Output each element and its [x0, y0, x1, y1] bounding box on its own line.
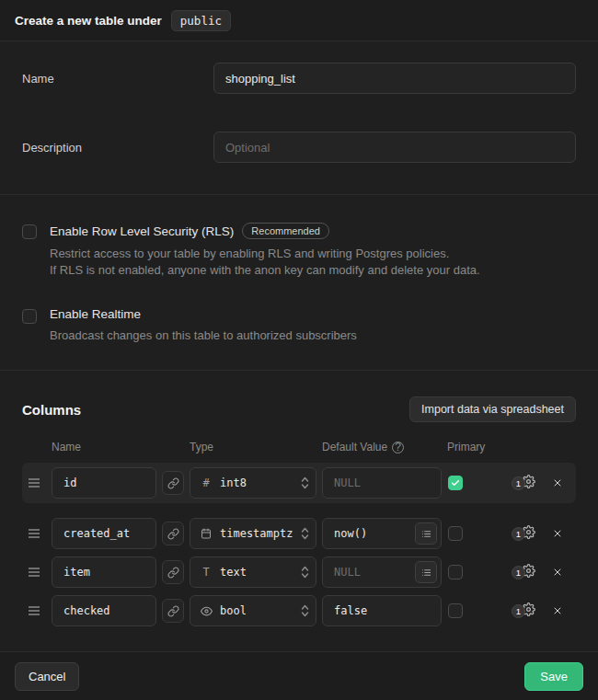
remove-column-icon[interactable]: [548, 605, 567, 616]
description-label: Description: [22, 141, 213, 155]
name-label: Name: [22, 72, 213, 86]
table-description-input[interactable]: [213, 132, 576, 163]
settings-count-badge: 1: [512, 476, 525, 490]
rls-description-line2: If RLS is not enabled, anyone with the a…: [50, 262, 480, 279]
column-settings-button[interactable]: 1: [504, 564, 543, 581]
columns-header: Columns Import data via spreadsheet: [22, 396, 576, 422]
column-header-default-label: Default Value: [322, 441, 387, 453]
eye-icon: [200, 605, 213, 617]
panel-header: Create a new table under public: [0, 0, 598, 41]
drag-handle-icon[interactable]: [22, 567, 46, 578]
panel-footer: Cancel Save: [0, 651, 598, 700]
column-name-input[interactable]: [52, 467, 156, 499]
hash-icon: #: [200, 476, 213, 489]
column-type-select[interactable]: bool: [190, 595, 316, 626]
columns-title: Columns: [22, 402, 81, 418]
create-table-panel: Create a new table under public Name Des…: [0, 0, 598, 700]
realtime-checkbox[interactable]: [22, 309, 37, 324]
realtime-option: Enable Realtime Broadcast changes on thi…: [22, 307, 576, 344]
rls-checkbox[interactable]: [22, 224, 37, 239]
question-circle-icon[interactable]: ?: [392, 442, 404, 453]
import-spreadsheet-button[interactable]: Import data via spreadsheet: [409, 396, 576, 422]
chevron-updown-icon: [301, 476, 309, 490]
column-row-created-at: timestamptz 1: [22, 518, 576, 549]
column-settings-button[interactable]: 1: [504, 475, 543, 492]
cancel-button[interactable]: Cancel: [15, 662, 79, 691]
text-type-icon: T: [200, 566, 213, 579]
column-type-select[interactable]: timestamptz: [190, 518, 316, 549]
primary-cell: [447, 565, 499, 580]
settings-count-badge: 1: [512, 604, 525, 618]
column-name-input[interactable]: [52, 518, 156, 549]
primary-checkbox[interactable]: [448, 476, 463, 490]
primary-cell: [447, 603, 499, 618]
primary-checkbox[interactable]: [448, 603, 463, 618]
column-type-value: timestamptz: [220, 527, 293, 540]
settings-count-badge: 1: [512, 566, 525, 580]
description-field-row: Description: [22, 132, 576, 163]
calendar-icon: [200, 528, 213, 539]
columns-section: Columns Import data via spreadsheet Name…: [0, 371, 598, 651]
drag-handle-icon[interactable]: [22, 477, 46, 488]
column-type-value: text: [220, 566, 293, 579]
rls-option: Enable Row Level Security (RLS) Recommen…: [22, 223, 576, 280]
column-type-select[interactable]: T text: [190, 557, 316, 588]
chevron-updown-icon: [301, 565, 309, 580]
table-name-input[interactable]: [213, 63, 576, 94]
column-default-wrap: [322, 557, 442, 588]
recommended-badge: Recommended: [242, 223, 329, 239]
columns-table-header: Name Type Default Value ? Primary: [22, 441, 576, 453]
table-options-section: Enable Row Level Security (RLS) Recommen…: [0, 195, 598, 371]
column-name-input[interactable]: [52, 557, 156, 588]
remove-column-icon[interactable]: [548, 477, 567, 488]
column-type-value: bool: [220, 604, 293, 617]
realtime-description: Broadcast changes on this table to autho…: [50, 327, 357, 344]
panel-title: Create a new table under: [15, 14, 162, 28]
foreign-key-link-icon[interactable]: [162, 522, 184, 545]
default-suggestions-icon[interactable]: [415, 561, 437, 583]
column-header-default: Default Value ?: [322, 441, 442, 453]
primary-cell: [447, 526, 499, 541]
primary-checkbox[interactable]: [448, 565, 463, 580]
column-type-value: int8: [220, 476, 293, 489]
column-default-wrap: [322, 595, 442, 626]
save-button[interactable]: Save: [524, 662, 583, 691]
column-header-primary: Primary: [447, 441, 499, 453]
table-info-section: Name Description: [0, 41, 598, 195]
rls-label: Enable Row Level Security (RLS): [50, 224, 234, 238]
column-default-input: [322, 467, 442, 499]
foreign-key-link-icon[interactable]: [162, 560, 184, 584]
rls-option-body: Enable Row Level Security (RLS) Recommen…: [50, 223, 480, 280]
column-default-wrap: [322, 467, 442, 499]
remove-column-icon[interactable]: [548, 567, 567, 578]
schema-badge: public: [171, 10, 231, 31]
chevron-updown-icon: [301, 526, 309, 541]
column-row-checked: bool 1: [22, 595, 576, 626]
name-field-row: Name: [22, 63, 576, 94]
primary-cell: [447, 476, 499, 490]
realtime-label: Enable Realtime: [50, 307, 141, 321]
column-header-name: Name: [52, 441, 156, 453]
column-settings-button[interactable]: 1: [504, 602, 543, 620]
foreign-key-link-icon[interactable]: [162, 471, 184, 495]
rls-description-line1: Restrict access to your table by enablin…: [50, 246, 480, 262]
foreign-key-link-icon[interactable]: [162, 599, 184, 623]
primary-checkbox[interactable]: [448, 526, 463, 541]
settings-count-badge: 1: [512, 527, 525, 541]
column-row-item: T text 1: [22, 557, 576, 588]
column-name-input[interactable]: [52, 595, 156, 626]
chevron-updown-icon: [301, 603, 309, 618]
column-default-input[interactable]: [322, 595, 442, 626]
default-suggestions-icon[interactable]: [415, 522, 437, 545]
remove-column-icon[interactable]: [548, 528, 567, 539]
column-row-id: # int8 1: [22, 463, 576, 503]
column-type-select[interactable]: # int8: [190, 467, 316, 499]
drag-handle-icon[interactable]: [22, 528, 46, 539]
column-default-wrap: [322, 518, 442, 549]
drag-handle-icon[interactable]: [22, 605, 46, 616]
realtime-option-body: Enable Realtime Broadcast changes on thi…: [50, 307, 357, 344]
column-settings-button[interactable]: 1: [504, 525, 543, 543]
column-header-type: Type: [190, 441, 316, 453]
